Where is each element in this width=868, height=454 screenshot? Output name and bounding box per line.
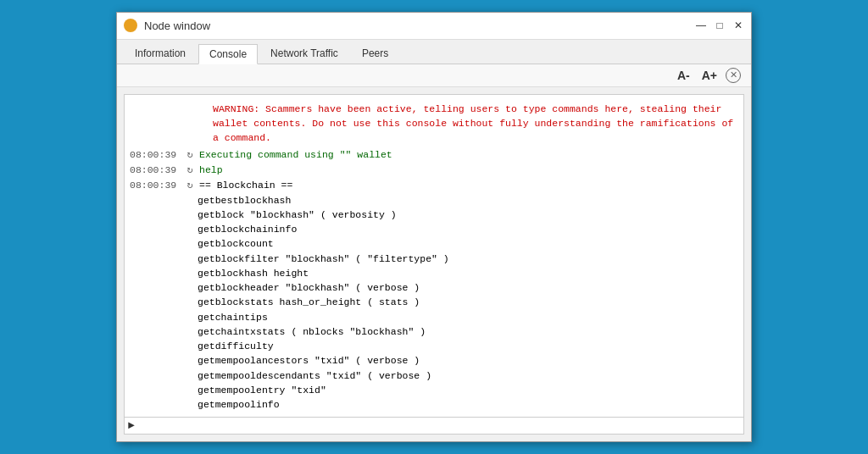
close-button[interactable]: ✕ bbox=[732, 19, 744, 31]
log-icon-3: ↻ bbox=[181, 178, 199, 193]
console-input[interactable] bbox=[138, 420, 740, 432]
node-window: Node window — □ ✕ Information Console Ne… bbox=[116, 12, 752, 443]
log-text-3: == Blockchain == bbox=[199, 178, 738, 192]
block-command-item: getmempooldescendants "txid" ( verbose ) bbox=[198, 368, 740, 383]
font-decrease-button[interactable]: A- bbox=[674, 68, 693, 83]
log-line-2: 08:00:39 ↻ help bbox=[128, 163, 740, 178]
block-command-item: getmempoolinfo bbox=[198, 397, 740, 412]
input-bar: ► bbox=[125, 417, 743, 434]
log-text-2: help bbox=[199, 163, 738, 177]
window-icon bbox=[124, 19, 137, 32]
tab-information[interactable]: Information bbox=[124, 43, 197, 64]
console-toolbar: A- A+ ✕ bbox=[117, 64, 751, 87]
warning-message: WARNING: Scammers have been active, tell… bbox=[128, 100, 740, 147]
block-command-item: getblockstats hash_or_height ( stats ) bbox=[198, 295, 740, 309]
block-command-item: getblockhash height bbox=[198, 266, 740, 280]
log-time-1: 08:00:39 bbox=[130, 147, 181, 162]
content-area: WARNING: Scammers have been active, tell… bbox=[117, 87, 751, 442]
log-time-2: 08:00:39 bbox=[130, 163, 181, 177]
font-increase-button[interactable]: A+ bbox=[698, 68, 721, 83]
tab-peers[interactable]: Peers bbox=[351, 43, 399, 64]
log-line-1: 08:00:39 ↻ Executing command using "" wa… bbox=[128, 147, 740, 163]
block-command-item: getblockchaininfo bbox=[198, 222, 740, 236]
block-command-item: getblockheader "blockhash" ( verbose ) bbox=[198, 280, 740, 295]
window-title: Node window bbox=[144, 19, 695, 32]
log-time-3: 08:00:39 bbox=[130, 178, 181, 192]
console-close-button[interactable]: ✕ bbox=[726, 68, 741, 83]
block-commands: getbestblockhashgetblock "blockhash" ( v… bbox=[128, 193, 740, 412]
console-output[interactable]: WARNING: Scammers have been active, tell… bbox=[125, 95, 743, 418]
console-box: WARNING: Scammers have been active, tell… bbox=[124, 94, 744, 435]
input-prompt-icon: ► bbox=[128, 419, 135, 432]
maximize-button[interactable]: □ bbox=[714, 19, 726, 31]
block-command-item: getblockcount bbox=[198, 236, 740, 251]
minimize-button[interactable]: — bbox=[695, 19, 707, 31]
block-command-item: getbestblockhash bbox=[198, 193, 740, 208]
block-command-item: getdifficulty bbox=[198, 339, 740, 353]
block-command-item: getblock "blockhash" ( verbosity ) bbox=[198, 208, 740, 222]
log-icon-2: ↻ bbox=[181, 163, 199, 178]
tab-console[interactable]: Console bbox=[198, 44, 258, 64]
log-icon-1: ↻ bbox=[181, 147, 199, 163]
block-command-item: getchaintxstats ( nblocks "blockhash" ) bbox=[198, 324, 740, 339]
log-text-1: Executing command using "" wallet bbox=[199, 147, 738, 162]
block-command-item: getmempoolancestors "txid" ( verbose ) bbox=[198, 353, 740, 368]
block-command-item: getmempoolentry "txid" bbox=[198, 383, 740, 397]
title-bar: Node window — □ ✕ bbox=[117, 13, 751, 40]
block-command-item: getchaintips bbox=[198, 310, 740, 324]
window-controls: — □ ✕ bbox=[695, 19, 744, 31]
log-line-3: 08:00:39 ↻ == Blockchain == bbox=[128, 178, 740, 193]
tab-bar: Information Console Network Traffic Peer… bbox=[117, 40, 751, 64]
tab-network-traffic[interactable]: Network Traffic bbox=[259, 43, 349, 64]
block-command-item: getblockfilter "blockhash" ( "filtertype… bbox=[198, 252, 740, 266]
